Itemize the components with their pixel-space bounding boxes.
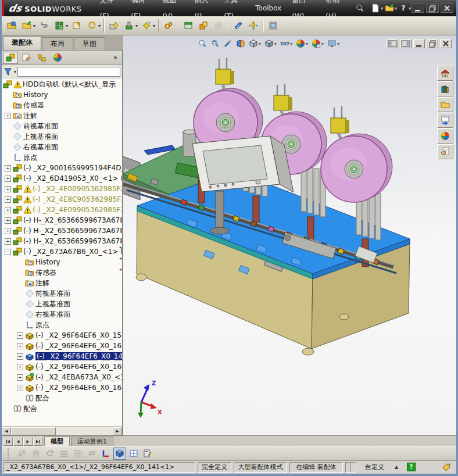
nav-prev-button[interactable] <box>13 438 23 446</box>
annotation-note-icon[interactable] <box>141 448 154 460</box>
insert-components-icon[interactable] <box>4 18 19 33</box>
open-document-icon[interactable]: ▾ <box>384 2 398 14</box>
tree-item[interactable]: +(-) H-_X2_65366599673A678 <box>2 236 122 246</box>
menu-item[interactable]: 帮助(H) <box>320 0 353 24</box>
new-document-icon[interactable]: ▾ <box>370 2 384 14</box>
tree-expand-box[interactable]: + <box>5 186 11 192</box>
displaymanager-tab[interactable] <box>50 52 65 64</box>
tree-item[interactable]: +(-) H-_X2_65366599673A678 <box>2 226 122 236</box>
tree-item[interactable]: 原点 <box>2 152 122 163</box>
component-pattern-icon[interactable] <box>52 18 67 33</box>
graphics-viewport[interactable]: Z X ▾▾▾▾▾▾ <box>123 35 456 435</box>
edit-appearance-icon[interactable]: ▾ <box>295 37 309 50</box>
tree-expand-box[interactable]: + <box>17 332 23 339</box>
tree-item[interactable]: 右视基准面 <box>2 142 122 152</box>
tree-expand-box[interactable]: + <box>5 176 11 182</box>
hide-show-icon[interactable]: ▾ <box>279 37 294 50</box>
tree-item[interactable]: History <box>2 90 122 100</box>
restore-button[interactable] <box>426 3 439 13</box>
tree-item[interactable]: −(-) _X2_673A67B6_X0_<1> ( <box>2 246 122 257</box>
minimize-button[interactable] <box>413 39 425 48</box>
tree-item[interactable]: 原点 <box>2 320 122 330</box>
tree-item[interactable]: +(-) _X2_96F64EF6_X0_160 <box>2 362 122 372</box>
tree-expand-box[interactable]: + <box>5 207 11 213</box>
shaded-cube-icon[interactable] <box>113 448 126 460</box>
tree-expand-box[interactable]: + <box>17 385 23 391</box>
tree-item[interactable]: +(-) _X2_96F64EF6_X0_16 <box>2 382 122 393</box>
section-view-icon[interactable] <box>235 37 246 50</box>
minimize-button[interactable] <box>412 3 424 13</box>
menu-item[interactable]: 视图(V) <box>158 0 189 24</box>
paperclip-attach-icon[interactable] <box>37 18 52 33</box>
tree-expand-box[interactable]: + <box>17 374 23 381</box>
tree-item[interactable]: !HDD自动机 (默认<默认_显示 <box>2 79 122 90</box>
multi-view-table-icon[interactable] <box>127 448 140 460</box>
view-palette-tab[interactable] <box>437 113 453 128</box>
custom-properties-tab[interactable] <box>437 144 453 159</box>
magic-select-icon[interactable] <box>222 37 234 50</box>
toolbar-grip[interactable] <box>8 448 10 459</box>
tab-运动算例1[interactable]: 运动算例1 <box>71 436 113 446</box>
tree-item[interactable]: +(-) _X2_96F64EF6_X0_14 <box>2 351 122 362</box>
view-settings-icon[interactable]: ▾ <box>326 37 341 50</box>
tree-item[interactable]: +(-) _X2_96F64EF6_X0_15 <box>2 330 122 341</box>
nav-last-button[interactable] <box>33 438 42 446</box>
scroll-thumb[interactable] <box>12 427 56 435</box>
close-button[interactable] <box>440 39 452 48</box>
help-badge-icon[interactable]: ? <box>407 463 416 471</box>
tree-expand-box[interactable]: + <box>5 196 11 203</box>
tree-item[interactable]: +!(-) _X2_4E8C905362985F2 <box>2 194 122 205</box>
tree-expand-box[interactable]: + <box>5 165 11 171</box>
tree-flyout-arrows[interactable]: ◂◂◂ <box>119 245 121 272</box>
search-icon[interactable] <box>355 3 364 13</box>
tag-icon[interactable] <box>442 462 452 473</box>
resources-home-tab[interactable] <box>437 66 453 81</box>
tree-item[interactable]: 前视基准面 <box>2 288 122 299</box>
tab-布局[interactable]: 布局 <box>42 37 73 50</box>
tree-item[interactable]: 上视基准面 <box>2 131 122 142</box>
tree-expand-box[interactable]: − <box>5 249 11 255</box>
open-part-icon[interactable] <box>19 18 34 33</box>
tree-expand-box[interactable]: + <box>17 353 23 360</box>
tree-item[interactable]: +(-) H-_X2_65366599673A678 <box>2 215 122 226</box>
tab-草图[interactable]: 草图 <box>74 37 105 50</box>
tree-item[interactable]: +(-) _X2_96F64EF6_X0_16 <box>2 341 122 351</box>
menu-item[interactable]: 文件(F) <box>95 0 126 24</box>
menu-item[interactable]: 编辑(E) <box>126 0 157 24</box>
view-orientation-icon[interactable]: ▾ <box>248 37 262 50</box>
pane-right-button[interactable] <box>400 39 412 48</box>
appearance-frame-icon[interactable] <box>266 18 281 33</box>
featuremanager-tab[interactable] <box>3 52 18 64</box>
tree-item[interactable]: 上视基准面 <box>2 299 122 309</box>
propertymanager-tab[interactable] <box>19 52 34 64</box>
tree-item[interactable]: +(-) _X2_6D419053_X0_<1> ( <box>2 173 122 184</box>
apply-scene-icon[interactable]: ▾ <box>310 37 325 50</box>
dropdown-arrow[interactable]: ▾ <box>66 23 68 28</box>
dropdown-arrow[interactable]: ▾ <box>33 23 35 28</box>
zoom-area-icon[interactable] <box>209 37 221 50</box>
nav-first-button[interactable] <box>3 438 13 446</box>
configurationmanager-tab[interactable] <box>34 52 49 64</box>
tree-item[interactable]: 传感器 <box>2 100 122 110</box>
filter-dropdown-arrow[interactable]: ▾ <box>14 69 16 74</box>
orientation-triad[interactable]: Z X <box>138 380 162 418</box>
tab-模型[interactable]: 模型 <box>44 436 70 446</box>
tree-item[interactable]: +A注解 <box>2 110 122 121</box>
tree-expand-box[interactable]: + <box>5 228 11 234</box>
filter-input[interactable] <box>17 67 120 77</box>
tree-item[interactable]: +!(-) _X2_4E00905362985F2 <box>2 184 122 194</box>
status-custom-label[interactable]: 自定义 <box>365 462 384 473</box>
filter-funnel-icon[interactable] <box>3 67 12 76</box>
tree-expand-box[interactable]: + <box>5 238 11 245</box>
menu-item[interactable]: 工具(T) <box>219 0 250 24</box>
tree-expand-box[interactable]: + <box>17 343 23 349</box>
tree-expand-box[interactable]: + <box>5 113 11 119</box>
help-icon[interactable]: ?▾ <box>398 2 412 14</box>
tree-item[interactable]: 配合 <box>2 393 122 403</box>
tree-item[interactable]: History <box>2 257 122 267</box>
tree-item[interactable]: 传感器 <box>2 267 122 278</box>
custom-dropdown-arrow[interactable]: ▲ <box>395 462 398 473</box>
zoom-fit-icon[interactable] <box>196 37 208 50</box>
tree-item[interactable]: A注解 <box>2 278 122 288</box>
tree-item[interactable]: 配合 <box>2 403 122 414</box>
